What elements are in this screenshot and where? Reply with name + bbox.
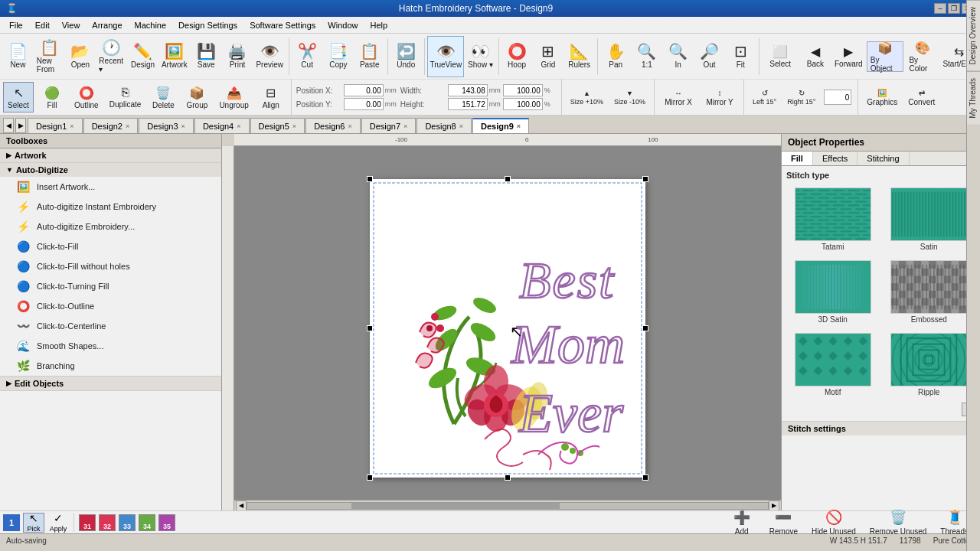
size-minus-button[interactable]: ▼ Size -10% [610, 83, 649, 112]
rotate-right-button[interactable]: ↻ Right 15° [783, 82, 819, 112]
select-nav-button[interactable]: ⬜ Select [762, 41, 798, 72]
tab-close-design6[interactable]: × [348, 122, 351, 130]
save-button[interactable]: 💾 Save [191, 36, 221, 77]
pan-button[interactable]: ✋ Pan [601, 36, 631, 77]
menu-arrange[interactable]: Arrange [86, 19, 128, 31]
menu-machine[interactable]: Machine [129, 19, 173, 31]
toolbox-edit-objects-header[interactable]: ▶ Edit Objects [0, 377, 221, 390]
smooth-shapes-item[interactable]: 🌊 Smooth Shapes... [0, 336, 221, 356]
rotate-left-button[interactable]: ↺ Left 15° [749, 82, 780, 112]
click-fill-no-holes-item[interactable]: 🔵 Click-to-Fill without holes [0, 256, 221, 276]
recent-button[interactable]: 🕐 Recent ▾ [96, 36, 126, 77]
thread-swatch-34[interactable]: 34 [139, 514, 155, 531]
rotation-input[interactable] [824, 90, 851, 105]
zoom-in-button[interactable]: 🔍 In [663, 36, 693, 77]
click-fill-item[interactable]: 🔵 Click-to-Fill [0, 236, 221, 256]
zoom-11-button[interactable]: 🔍 1:1 [632, 36, 662, 77]
delete-button[interactable]: 🗑️ Delete [148, 82, 178, 112]
tab-design9[interactable]: Design9 × [472, 118, 529, 133]
handle-tc[interactable] [505, 176, 511, 182]
menu-design-settings[interactable]: Design Settings [172, 19, 243, 31]
thread-swatch-31[interactable]: 31 [79, 514, 96, 531]
menu-edit[interactable]: Edit [29, 19, 56, 31]
canvas-viewport[interactable]: Best Mom Ever ↖ [234, 146, 781, 510]
align-button[interactable]: ⊟ Align [256, 82, 286, 112]
3d-satin-stitch-item[interactable]: 3D Satin [786, 257, 880, 327]
tab-design6[interactable]: Design6 × [305, 118, 361, 133]
tab-design2[interactable]: Design2 × [83, 118, 139, 133]
copy-button[interactable]: 📑 Copy [324, 36, 354, 77]
tab-close-design8[interactable]: × [459, 122, 463, 130]
pick-button[interactable]: ↖ Pick [23, 513, 44, 533]
artwork-button[interactable]: 🖼️ Artwork [159, 36, 190, 77]
branching-item[interactable]: 🌿 Branching [0, 356, 221, 376]
width-pct-input[interactable] [503, 84, 543, 96]
ungroup-button[interactable]: 📤 Ungroup [215, 82, 252, 112]
scroll-track[interactable] [247, 502, 769, 510]
tab-close-design3[interactable]: × [181, 122, 185, 130]
undo-button[interactable]: ↩️ Undo [391, 36, 421, 77]
height-pct-input[interactable] [503, 98, 543, 110]
position-y-input[interactable] [344, 98, 384, 110]
remove-thread-button[interactable]: ➖ Remove [764, 507, 803, 538]
fill-tab[interactable]: Fill [782, 152, 813, 165]
paste-button[interactable]: 📋 Paste [354, 36, 384, 77]
handle-ml[interactable] [367, 325, 373, 331]
remove-unused-button[interactable]: 🗑️ Remove Unused [864, 507, 932, 538]
satin-stitch-item[interactable]: Satin [883, 184, 976, 254]
convert-button[interactable]: ⇄ Convert [904, 82, 939, 112]
design-button[interactable]: ✏️ Design [128, 36, 158, 77]
show-button[interactable]: 👀 Show ▾ [466, 36, 495, 77]
thread-swatch-32[interactable]: 32 [99, 514, 116, 531]
handle-br[interactable] [642, 474, 648, 481]
size-plus-button[interactable]: ▲ Size +10% [567, 83, 607, 112]
select-tool-button[interactable]: ↖ Select [3, 82, 34, 112]
position-x-input[interactable] [344, 84, 384, 96]
cut-button[interactable]: ✂️ Cut [292, 36, 322, 77]
open-button[interactable]: 📂 Open [66, 36, 96, 77]
scroll-thumb[interactable] [351, 503, 560, 509]
thread-swatch-35[interactable]: 35 [158, 514, 175, 531]
hoop-button[interactable]: ⭕ Hoop [502, 36, 532, 77]
minimize-button[interactable]: – [934, 3, 946, 14]
print-button[interactable]: 🖨️ Print [223, 36, 253, 77]
handle-bl[interactable] [367, 474, 373, 481]
ripple-stitch-item[interactable]: Ripple [883, 330, 976, 399]
tab-close-design5[interactable]: × [292, 122, 296, 130]
tab-close-design9[interactable]: × [517, 122, 521, 130]
tab-nav-right[interactable]: ▶ [15, 118, 26, 133]
stitch-scroll-down[interactable]: ▼ [786, 403, 975, 416]
thread-swatch-33[interactable]: 33 [119, 514, 136, 531]
grid-button[interactable]: ⊞ Grid [533, 36, 563, 77]
by-object-button[interactable]: 📦 By Object [867, 41, 904, 72]
tab-design1[interactable]: Design1 × [28, 118, 83, 133]
click-turning-fill-item[interactable]: 🔵 Click-to-Turning Fill [0, 276, 221, 296]
restore-button[interactable]: ❐ [948, 3, 960, 14]
handle-tl[interactable] [367, 176, 373, 182]
by-color-button[interactable]: 🎨 By Color [905, 41, 939, 72]
apply-button[interactable]: ✓ Apply [47, 513, 69, 533]
tab-close-design4[interactable]: × [237, 122, 240, 130]
preview-button[interactable]: 👁️ Preview [253, 36, 286, 77]
fill-tool-button[interactable]: 🟢 Fill [37, 82, 67, 112]
click-outline-item[interactable]: ⭕ Click-to-Outline [0, 296, 221, 316]
handle-mr[interactable] [642, 325, 648, 331]
trueview-button[interactable]: 👁️ TrueView [427, 36, 464, 77]
scroll-left-button[interactable]: ◀ [236, 500, 247, 511]
tab-close-design1[interactable]: × [70, 122, 74, 130]
tab-design3[interactable]: Design3 × [139, 118, 194, 133]
tab-design8[interactable]: Design8 × [416, 118, 472, 133]
group-button[interactable]: 📦 Group [181, 82, 212, 112]
toolbox-auto-digitize-header[interactable]: ▼ Auto-Digitize [0, 163, 221, 177]
duplicate-button[interactable]: ⎘ Duplicate [106, 82, 145, 112]
hide-unused-button[interactable]: 🚫 Hide Unused [806, 507, 861, 538]
height-input[interactable] [448, 98, 488, 110]
tab-nav-left[interactable]: ◀ [3, 118, 14, 133]
click-centerline-item[interactable]: 〰️ Click-to-Centerline [0, 316, 221, 336]
mirror-x-button[interactable]: ↔ Mirror X [659, 82, 697, 112]
scroll-right-button[interactable]: ▶ [769, 500, 779, 511]
stitching-tab[interactable]: Stitching [858, 152, 909, 165]
outline-tool-button[interactable]: ⭕ Outline [70, 82, 103, 112]
mirror-y-button[interactable]: ↕ Mirror Y [701, 82, 739, 112]
horizontal-scrollbar[interactable]: ◀ ▶ [234, 500, 781, 510]
